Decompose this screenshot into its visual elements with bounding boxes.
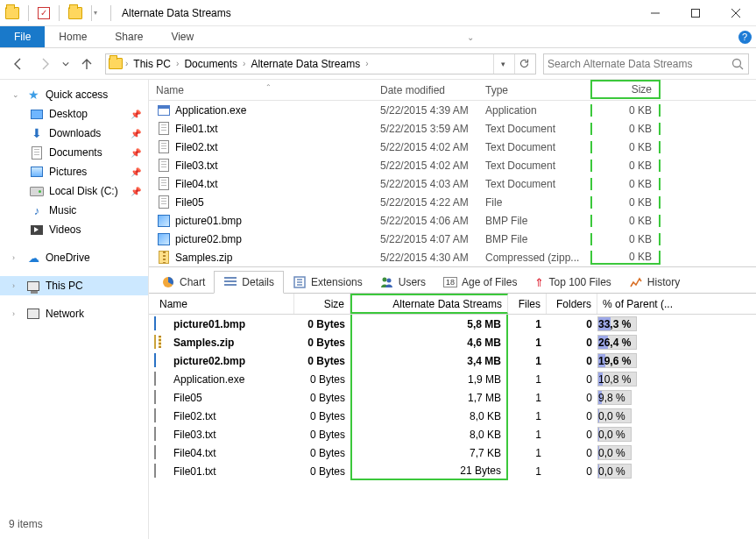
file-size: 0 KB	[590, 215, 661, 227]
col-type[interactable]: Type	[485, 84, 590, 96]
tree-item-label: Local Disk (C:)	[49, 185, 118, 197]
file-row[interactable]: File02.txt5/22/2015 4:02 AMText Document…	[149, 138, 756, 156]
row-pct: 10,8 %	[597, 372, 756, 387]
col-size[interactable]: Size	[590, 80, 661, 99]
tab-chart[interactable]: Chart	[152, 271, 214, 294]
file-icon	[156, 232, 172, 246]
file-row[interactable]: File04.txt5/22/2015 4:03 AMText Document…	[149, 174, 756, 193]
row-files: 1	[508, 465, 547, 478]
help-button[interactable]: ?	[733, 26, 756, 47]
ribbon: File Home Share View ⌄ ?	[0, 26, 756, 48]
ribbon-expand[interactable]: ⌄	[459, 26, 482, 47]
details-grid: Name Size Alternate Data Streams Files F…	[149, 294, 756, 539]
file-type: BMP File	[485, 233, 590, 245]
tab-view[interactable]: View	[157, 26, 208, 47]
dcol-pct[interactable]: % of Parent (...	[597, 294, 756, 314]
dcol-files[interactable]: Files	[508, 294, 547, 314]
file-date: 5/22/2015 4:07 AM	[380, 233, 485, 245]
crumb-thispc[interactable]: This PC	[130, 58, 174, 70]
details-row[interactable]: picture01.bmp0 Bytes5,8 MB1033,3 %	[149, 315, 756, 333]
row-files: 1	[508, 447, 547, 459]
file-row[interactable]: Application.exe5/22/2015 4:39 AMApplicat…	[149, 101, 756, 119]
dcol-folders[interactable]: Folders	[547, 294, 597, 314]
minimize-button[interactable]	[635, 0, 675, 26]
file-size: 0 KB	[590, 178, 661, 190]
row-folders: 0	[547, 429, 597, 441]
tree-item[interactable]: Videos	[0, 220, 148, 239]
file-row[interactable]: picture02.bmp5/22/2015 4:07 AMBMP File0 …	[149, 230, 756, 248]
file-icon	[156, 140, 172, 154]
tree-item[interactable]: Local Disk (C:)📌	[0, 181, 148, 201]
tab-home[interactable]: Home	[45, 26, 101, 47]
tab-history[interactable]: History	[620, 271, 689, 294]
tab-share[interactable]: Share	[101, 26, 157, 47]
dcol-name[interactable]: Name	[154, 294, 294, 314]
tab-extensions[interactable]: Extensions	[284, 271, 371, 294]
breadcrumb[interactable]: › This PC › Documents › Alternate Data S…	[105, 53, 536, 74]
dcol-size[interactable]: Size	[294, 294, 350, 314]
file-row[interactable]: File055/22/2015 4:22 AMFile0 KB	[149, 193, 756, 211]
tree-network[interactable]: › Network	[0, 304, 148, 323]
details-row[interactable]: File02.txt0 Bytes8,0 KB100,0 %	[149, 407, 756, 425]
pin-icon: 📌	[131, 148, 141, 158]
crumb-documents[interactable]: Documents	[180, 58, 241, 70]
col-name[interactable]: ⌃Name	[156, 84, 380, 96]
file-row[interactable]: File01.txt5/22/2015 3:59 AMText Document…	[149, 119, 756, 138]
row-size: 0 Bytes	[294, 392, 350, 404]
up-button[interactable]	[75, 53, 98, 75]
details-row[interactable]: File050 Bytes1,7 MB109,8 %	[149, 388, 756, 407]
tree-item[interactable]: Documents📌	[0, 143, 148, 162]
details-row[interactable]: picture02.bmp0 Bytes3,4 MB1019,6 %	[149, 351, 756, 370]
breadcrumb-dropdown[interactable]: ▾	[493, 54, 512, 74]
qat-checkbox-icon[interactable]: ✓	[38, 7, 50, 19]
row-pct: 0,0 %	[597, 408, 756, 423]
tree-item[interactable]: Pictures📌	[0, 162, 148, 181]
onedrive-label: OneDrive	[46, 252, 90, 264]
file-icon	[156, 177, 172, 191]
tree-item[interactable]: ⬇Downloads📌	[0, 124, 148, 143]
row-ads: 1,7 MB	[350, 388, 508, 407]
details-row[interactable]: Application.exe0 Bytes1,9 MB1010,8 %	[149, 370, 756, 388]
back-button[interactable]	[7, 53, 30, 75]
file-name: picture01.bmp	[175, 215, 242, 227]
lower-tabs: Chart Details Extensions Users 18Age of …	[149, 267, 756, 294]
maximize-button[interactable]	[675, 0, 716, 26]
dcol-ads[interactable]: Alternate Data Streams	[350, 294, 508, 314]
search-box[interactable]	[543, 53, 749, 74]
file-name: File02.txt	[175, 141, 218, 153]
close-button[interactable]	[716, 0, 756, 26]
qat-open-icon[interactable]	[68, 7, 82, 19]
file-type: Text Document	[485, 178, 590, 190]
details-row[interactable]: File04.txt0 Bytes7,7 KB100,0 %	[149, 443, 756, 462]
col-date[interactable]: Date modified	[380, 84, 485, 96]
row-size: 0 Bytes	[294, 429, 350, 441]
crumb-folder[interactable]: Alternate Data Streams	[247, 58, 364, 70]
row-name: File04.txt	[173, 447, 216, 459]
details-row[interactable]: Samples.zip0 Bytes4,6 MB1026,4 %	[149, 333, 756, 351]
details-row[interactable]: File03.txt0 Bytes8,0 KB100,0 %	[149, 425, 756, 443]
quick-access-label: Quick access	[46, 89, 108, 101]
qat-dropdown[interactable]: ▾	[91, 5, 102, 21]
tree-thispc[interactable]: › This PC	[0, 276, 148, 295]
file-date: 5/22/2015 4:02 AM	[380, 160, 485, 172]
tree-item[interactable]: Desktop📌	[0, 104, 148, 124]
file-row[interactable]: picture01.bmp5/22/2015 4:06 AMBMP File0 …	[149, 211, 756, 230]
pin-icon: 📌	[131, 187, 141, 196]
recent-dropdown[interactable]	[60, 53, 72, 75]
tab-top100[interactable]: ⇑Top 100 Files	[526, 271, 619, 294]
search-input[interactable]	[548, 58, 731, 70]
tree-item[interactable]: ♪Music	[0, 201, 148, 220]
file-row[interactable]: Samples.zip5/22/2015 4:30 AMCompressed (…	[149, 248, 756, 266]
details-row[interactable]: File01.txt0 Bytes21 Bytes100,0 %	[149, 462, 756, 480]
tab-users[interactable]: Users	[371, 271, 435, 294]
tab-age[interactable]: 18Age of Files	[435, 271, 526, 294]
forward-button[interactable]	[33, 53, 56, 75]
row-files: 1	[508, 429, 547, 441]
tree-onedrive[interactable]: ›☁ OneDrive	[0, 248, 148, 267]
file-row[interactable]: File03.txt5/22/2015 4:02 AMText Document…	[149, 156, 756, 174]
tree-quick-access[interactable]: ⌄★ Quick access	[0, 85, 148, 104]
file-tab[interactable]: File	[0, 26, 45, 47]
refresh-button[interactable]	[514, 54, 533, 74]
app-icon	[5, 7, 19, 19]
tab-details[interactable]: Details	[214, 271, 284, 294]
